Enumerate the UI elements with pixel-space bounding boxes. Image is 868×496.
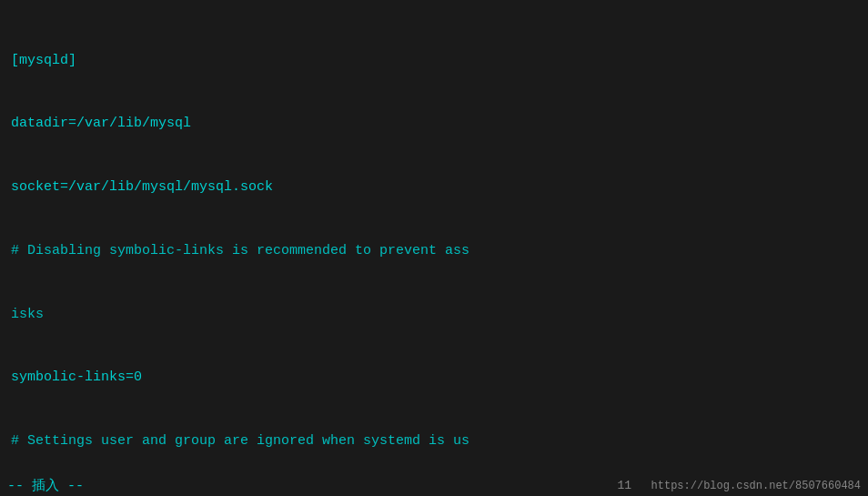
line-text: # Settings user and group are ignored wh… xyxy=(11,433,469,449)
line-comment1b: isks xyxy=(11,304,857,325)
line-mysqld: [mysqld] xyxy=(11,50,857,71)
line-comment1: # Disabling symbolic-links is recommende… xyxy=(11,240,857,261)
status-bar: -- 插入 -- 11 https://blog.csdn.net/850766… xyxy=(0,475,868,496)
terminal-window: [mysqld] datadir=/var/lib/mysql socket=/… xyxy=(0,0,868,496)
line-symlinks: symbolic-links=0 xyxy=(11,367,857,388)
line-text: socket=/var/lib/mysql/mysql.sock xyxy=(11,179,273,195)
url-hint: https://blog.csdn.net/8507660484 xyxy=(651,480,861,492)
line-text: isks xyxy=(11,307,44,322)
line-text: datadir=/var/lib/mysql xyxy=(11,116,191,131)
line-text: # Disabling symbolic-links is recommende… xyxy=(11,243,469,258)
line-text: symbolic-links=0 xyxy=(11,369,142,385)
line-socket: socket=/var/lib/mysql/mysql.sock xyxy=(11,177,857,197)
line-col-indicator: 11 xyxy=(617,479,631,492)
code-content: [mysqld] datadir=/var/lib/mysql socket=/… xyxy=(11,7,857,496)
line-comment2: # Settings user and group are ignored wh… xyxy=(11,430,857,451)
line-text: [mysqld] xyxy=(11,53,76,68)
insert-mode-label: -- 插入 -- xyxy=(7,477,84,494)
line-datadir: datadir=/var/lib/mysql xyxy=(11,113,857,134)
